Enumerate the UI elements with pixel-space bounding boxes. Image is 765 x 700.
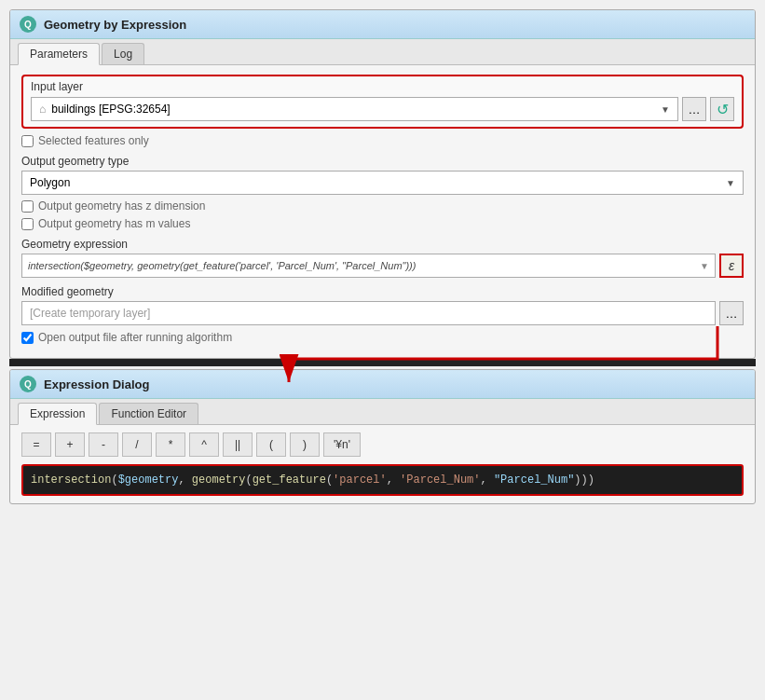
input-layer-section: Input layer ⌂ buildings [EPSG:32654] ▼ …… — [21, 75, 744, 129]
op-caret-button[interactable]: ^ — [189, 432, 219, 457]
top-dialog-tabs: Parameters Log — [10, 39, 755, 65]
input-layer-value: buildings [EPSG:32654] — [51, 103, 170, 116]
code-str-parcel-num-double: "Parcel_Num" — [494, 474, 574, 487]
code-str-parcel: 'parcel' — [333, 474, 387, 487]
code-punct-6: , — [481, 474, 494, 487]
epsilon-icon: ε — [729, 258, 734, 273]
op-open-paren-button[interactable]: ( — [256, 432, 286, 457]
code-func-geometry: geometry — [192, 474, 246, 487]
m-values-row: Output geometry has m values — [21, 217, 744, 230]
qgis-logo-icon-2: Q — [20, 376, 36, 392]
geometry-expression-label: Geometry expression — [21, 238, 744, 251]
bottom-dialog-title: Expression Dialog — [44, 377, 149, 391]
output-geometry-type-arrow: ▼ — [726, 178, 735, 188]
geometry-expression-value: intersection($geometry, geometry(get_fea… — [28, 260, 416, 271]
modified-geometry-placeholder: [Create temporary layer] — [30, 307, 150, 320]
qgis-logo-icon: Q — [20, 16, 36, 33]
modified-geometry-browse-button[interactable]: … — [719, 301, 744, 325]
code-str-parcel-num: 'Parcel_Num' — [400, 474, 480, 487]
op-plus-button[interactable]: + — [55, 432, 85, 457]
black-divider — [9, 359, 756, 366]
code-func-get-feature: get_feature — [253, 474, 326, 487]
geometry-expression-input[interactable]: intersection($geometry, geometry(get_fea… — [21, 254, 716, 278]
top-dialog-content: Input layer ⌂ buildings [EPSG:32654] ▼ …… — [10, 65, 755, 358]
op-multiply-button[interactable]: * — [156, 432, 185, 457]
op-newline-button[interactable]: '¥n' — [323, 432, 361, 457]
code-expression-area[interactable]: intersection ( $geometry , geometry ( ge… — [21, 464, 744, 496]
tab-expression[interactable]: Expression — [18, 403, 97, 425]
output-geometry-type-value: Polygon — [30, 176, 70, 189]
epsilon-button[interactable]: ε — [719, 254, 744, 278]
open-output-row: Open output file after running algorithm — [21, 331, 744, 344]
open-output-label: Open output file after running algorithm — [38, 331, 232, 344]
code-punct-4: ( — [326, 474, 333, 487]
code-punct-5: , — [387, 474, 400, 487]
expr-dropdown-arrow: ▼ — [700, 261, 709, 271]
code-func-intersection: intersection — [31, 474, 111, 487]
input-layer-label: Input layer — [31, 80, 734, 93]
input-layer-refresh-button[interactable]: ↺ — [710, 97, 734, 121]
m-values-checkbox[interactable] — [21, 218, 34, 230]
geometry-expression-row: intersection($geometry, geometry(get_fea… — [21, 254, 744, 278]
selected-features-row: Selected features only — [21, 134, 744, 147]
op-divide-button[interactable]: / — [122, 432, 152, 457]
modified-geometry-row: [Create temporary layer] … — [21, 301, 744, 325]
tab-log[interactable]: Log — [102, 43, 144, 64]
z-dimension-row: Output geometry has z dimension — [21, 199, 744, 213]
tab-parameters[interactable]: Parameters — [18, 43, 100, 65]
input-layer-row: ⌂ buildings [EPSG:32654] ▼ … ↺ — [31, 97, 734, 121]
code-punct-7: ))) — [574, 474, 594, 487]
top-dialog-titlebar: Q Geometry by Expression — [10, 10, 755, 39]
m-values-label: Output geometry has m values — [38, 217, 190, 230]
selected-features-label: Selected features only — [38, 134, 149, 147]
operator-row: = + - / * ^ || ( ) '¥n' — [21, 432, 744, 457]
bottom-dialog-tabs: Expression Function Editor — [10, 399, 755, 425]
code-var-geometry: $geometry — [118, 474, 179, 487]
op-minus-button[interactable]: - — [89, 432, 118, 457]
geometry-by-expression-dialog: Q Geometry by Expression Parameters Log … — [9, 9, 756, 359]
input-layer-browse-button[interactable]: … — [682, 97, 706, 121]
code-punct-3: ( — [245, 474, 252, 487]
expression-dialog: Q Expression Dialog Expression Function … — [9, 369, 756, 504]
tab-function-editor[interactable]: Function Editor — [99, 403, 198, 424]
open-output-checkbox[interactable] — [21, 332, 34, 344]
bottom-dialog-titlebar: Q Expression Dialog — [10, 370, 755, 399]
modified-geometry-label: Modified geometry — [21, 285, 744, 298]
dropdown-arrow-icon: ▼ — [661, 104, 670, 115]
modified-geometry-input[interactable]: [Create temporary layer] — [21, 301, 716, 325]
code-punct-1: ( — [111, 474, 117, 487]
code-punct-2: , — [178, 474, 191, 487]
z-dimension-checkbox[interactable] — [21, 200, 34, 213]
op-close-paren-button[interactable]: ) — [290, 432, 320, 457]
top-dialog-title: Geometry by Expression — [44, 18, 186, 32]
input-layer-select[interactable]: ⌂ buildings [EPSG:32654] ▼ — [31, 97, 678, 121]
selected-features-checkbox[interactable] — [21, 135, 34, 147]
op-equals-button[interactable]: = — [21, 432, 51, 457]
op-pipe-button[interactable]: || — [223, 432, 253, 457]
layer-type-icon: ⌂ — [39, 103, 46, 116]
output-geometry-type-select[interactable]: Polygon ▼ — [21, 171, 744, 195]
z-dimension-label: Output geometry has z dimension — [38, 199, 205, 213]
bottom-dialog-content: = + - / * ^ || ( ) '¥n' intersection ( $… — [10, 425, 755, 503]
geometry-expression-section: intersection($geometry, geometry(get_fea… — [21, 254, 744, 278]
output-geometry-type-label: Output geometry type — [21, 155, 744, 168]
